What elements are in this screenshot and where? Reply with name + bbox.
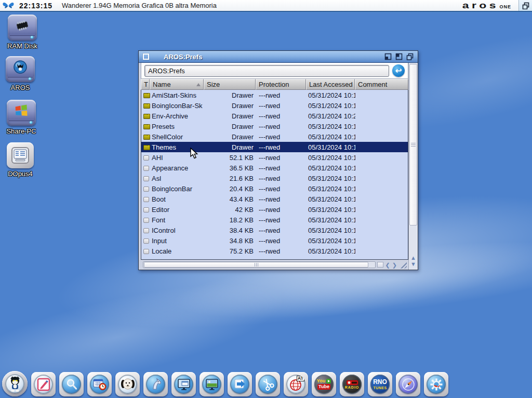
file-row[interactable]: Env-ArchiveDrawer---rwed05/31/2024 10:2 [141, 111, 408, 121]
horse-head-glyph [149, 378, 163, 391]
column-header-comment[interactable]: Comment [355, 79, 408, 90]
vscroll-thumb[interactable] [409, 64, 417, 225]
dock-compass-browser-icon[interactable] [396, 372, 420, 396]
file-row[interactable]: ShellColorDrawer---rwed05/31/2024 10:1 [141, 131, 408, 142]
file-type-cell [141, 164, 150, 172]
desktop-icon-share-pc[interactable]: Share-PC [0, 100, 44, 135]
screen-depth-gadget[interactable] [518, 0, 532, 11]
dock-text-editor-icon[interactable] [31, 372, 56, 396]
file-last-accessed: 05/31/2024 10:1 [307, 216, 355, 224]
file-icon [143, 176, 149, 181]
dock-at-translator-icon[interactable]: AT [284, 372, 308, 396]
file-row[interactable]: AHI52.1 KB---rwed05/31/2024 10:1 [141, 152, 408, 163]
file-row[interactable]: Boot43.4 KB---rwed05/31/2024 10:1 [141, 194, 408, 204]
hscroll-thumb[interactable] [144, 262, 368, 268]
desktop-icon-label: Share-PC [0, 127, 44, 135]
file-size: 43.4 KB [204, 195, 256, 203]
desktop-icon-aros[interactable]: AROS [0, 56, 43, 91]
file-icon [143, 166, 149, 171]
column-header-size[interactable]: Size [204, 79, 256, 90]
file-row[interactable]: Font18.2 KB---rwed05/31/2024 10:1 [141, 215, 408, 225]
file-type-cell [141, 237, 150, 245]
file-name: Editor [150, 206, 204, 214]
file-protection: ---rwed [256, 143, 307, 151]
dock-scheduler-clock-icon[interactable] [87, 372, 112, 396]
scroll-up-arrow[interactable]: ▲ [410, 255, 416, 260]
file-type-cell [141, 206, 150, 214]
window-resize-grip[interactable] [399, 261, 407, 269]
path-input[interactable] [144, 65, 389, 77]
file-size: 52.1 KB [204, 154, 256, 162]
close-gadget[interactable] [143, 54, 149, 60]
file-icon [143, 187, 149, 192]
file-row[interactable]: Appearance36.5 KB---rwed05/31/2024 10:1 [141, 163, 408, 173]
dock-search-icon[interactable] [59, 372, 84, 396]
dock-wallpaper-prefs-icon[interactable] [200, 372, 224, 396]
dock-chess-knight-icon[interactable] [143, 372, 168, 396]
zoom-gadget[interactable] [395, 53, 403, 60]
column-header-name[interactable]: Name [150, 79, 204, 90]
desktop-icon-dopus4[interactable]: DOpus4 [0, 142, 43, 178]
file-type-cell [141, 185, 150, 193]
desktop-icon-ram-disk[interactable]: RAM Disk [0, 15, 45, 50]
file-size: 75.2 KB [204, 247, 256, 255]
dock-rno-tunes-icon[interactable]: RNO TUNES [368, 372, 392, 396]
dock-screenmode-prefs-icon[interactable] [171, 372, 196, 396]
dock: AT You Tube RADIO [2, 371, 448, 396]
column-header-protection[interactable]: Protection [256, 79, 306, 90]
calendar-clock-glyph [92, 378, 107, 391]
file-type-cell [141, 91, 150, 99]
file-last-accessed: 05/31/2024 10:1 [307, 195, 355, 203]
file-row[interactable]: PresetsDrawer---rwed05/31/2024 10:1 [141, 121, 408, 131]
window-titlebar[interactable]: AROS:Prefs [139, 51, 418, 63]
file-icon [143, 249, 149, 254]
dock-youtube-icon[interactable]: You Tube [312, 372, 336, 396]
scroll-right-arrow[interactable]: ❯ [392, 262, 397, 268]
file-row[interactable]: ThemesDrawer---rwed05/31/2024 10:1 [141, 142, 408, 152]
parent-dir-button[interactable]: ↩ [392, 64, 405, 77]
file-name: AHI [150, 154, 204, 162]
radio-glyph [346, 379, 358, 386]
file-type-cell [141, 102, 150, 110]
column-header-last-accessed[interactable]: Last Accessed [306, 79, 355, 90]
dock-aros-mascot-icon[interactable] [2, 371, 28, 396]
file-row[interactable]: Network39 KB---rwed05/31/2024 10:1 [141, 256, 408, 260]
ram-disk-drive-icon [8, 15, 37, 41]
iconify-gadget[interactable] [384, 53, 392, 60]
file-size: Drawer [204, 143, 256, 151]
horizontal-scrollbar[interactable]: ❮ ❯ [141, 260, 408, 270]
dock-amifig-dog-icon[interactable] [115, 372, 140, 396]
file-row[interactable]: Locale75.2 KB---rwed05/31/2024 10:1 [141, 246, 408, 256]
file-row[interactable]: IControl38.4 KB---rwed05/31/2024 10:1 [141, 225, 408, 235]
file-icon [143, 238, 149, 244]
scroll-down-arrow[interactable]: ▼ [410, 261, 416, 267]
vertical-scrollbar[interactable]: ▲ ▼ [408, 63, 418, 270]
file-list[interactable]: AmiStart-SkinsDrawer---rwed05/31/2024 10… [141, 90, 408, 260]
file-row[interactable]: Asl21.6 KB---rwed05/31/2024 10:1 [141, 173, 408, 183]
file-row[interactable]: BoingIconBar20.4 KB---rwed05/31/2024 10:… [141, 183, 408, 194]
hscroll-track[interactable] [143, 261, 376, 268]
file-protection: ---rwed [256, 195, 307, 203]
file-row[interactable]: AmiStart-SkinsDrawer---rwed05/31/2024 10… [141, 90, 408, 100]
dock-sync-settings-icon[interactable] [424, 372, 448, 396]
file-type-cell [141, 112, 150, 120]
dock-window-paste-icon[interactable] [228, 372, 252, 396]
dock-snip-scissors-icon[interactable] [256, 372, 280, 396]
file-protection: ---rwed [256, 91, 307, 99]
file-row[interactable]: Input34.8 KB---rwed05/31/2024 10:1 [141, 235, 408, 246]
column-header-type[interactable]: T [141, 79, 150, 90]
file-row[interactable]: BoingIconBar-SkDrawer---rwed05/31/2024 1… [141, 100, 408, 111]
file-size: Drawer [204, 102, 256, 110]
sort-ascending-icon [196, 83, 201, 86]
vscroll-track[interactable] [409, 63, 417, 251]
play-glyph [326, 379, 331, 383]
file-row[interactable]: Editor42 KB---rwed05/31/2024 10:1 [141, 204, 408, 215]
dock-radio-icon[interactable]: RADIO [340, 372, 364, 396]
scroll-left-arrow[interactable]: ❮ [385, 262, 390, 268]
file-name: Locale [150, 247, 204, 255]
depth-gadget[interactable] [406, 53, 414, 60]
scissors-glyph [261, 377, 275, 392]
magnifier-glyph [65, 378, 78, 391]
file-last-accessed: 05/31/2024 10:1 [307, 154, 355, 162]
file-size: Drawer [204, 112, 256, 120]
